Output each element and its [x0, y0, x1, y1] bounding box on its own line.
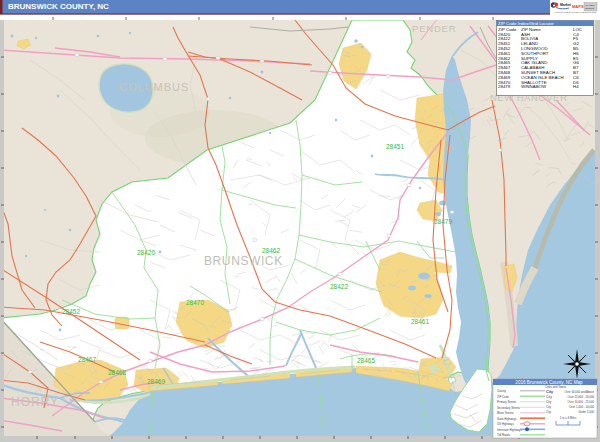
svg-text:COLUMBUS: COLUMBUS: [119, 81, 189, 93]
svg-text:Under 1,000: Under 1,000: [579, 410, 595, 414]
svg-text:28470: 28470: [186, 299, 204, 306]
svg-text:28422: 28422: [330, 283, 348, 290]
svg-text:ZIP Code Index/Grid Locator: ZIP Code Index/Grid Locator: [498, 21, 554, 26]
svg-text:ZIP Code: ZIP Code: [497, 395, 509, 399]
svg-text:H4: H4: [573, 84, 579, 89]
svg-text:City: City: [546, 410, 551, 414]
svg-text:City: City: [546, 390, 554, 394]
svg-text:28479: 28479: [434, 218, 452, 225]
svg-text:28469: 28469: [147, 378, 165, 385]
svg-text:28452: 28452: [62, 308, 80, 315]
svg-text:Primary Streets: Primary Streets: [497, 400, 517, 404]
svg-text:County: County: [497, 389, 506, 393]
svg-text:City: City: [546, 400, 552, 404]
svg-text:PENDER: PENDER: [412, 23, 456, 34]
svg-text:Editions: Editions: [586, 7, 595, 10]
svg-text:Over 50,000 and Above: Over 50,000 and Above: [565, 390, 595, 394]
svg-text:Secondary Streets: Secondary Streets: [497, 406, 521, 410]
svg-text:Toll Roads: Toll Roads: [497, 433, 511, 437]
svg-text:Over 1,000 - 10,000: Over 1,000 - 10,000: [569, 405, 594, 409]
svg-text:28465: 28465: [357, 357, 375, 364]
svg-text:28462: 28462: [262, 247, 280, 254]
svg-text:28461: 28461: [411, 318, 429, 325]
svg-text:BRUNSWICK: BRUNSWICK: [204, 254, 283, 268]
svg-text:State Highways: State Highways: [497, 417, 517, 421]
svg-text:Interstate Highways: Interstate Highways: [497, 428, 522, 432]
svg-text:Over 25,000 - 50,000: Over 25,000 - 50,000: [568, 395, 595, 399]
svg-text:28420: 28420: [137, 249, 155, 256]
svg-text:BRUNSWICK COUNTY, NC: BRUNSWICK COUNTY, NC: [8, 2, 109, 11]
svg-text:America's Leading Provider of: America's Leading Provider of Business M…: [554, 11, 596, 13]
svg-text:City: City: [546, 405, 551, 409]
svg-text:Cities and Towns: Cities and Towns: [545, 385, 567, 389]
svg-text:28468: 28468: [108, 369, 126, 376]
svg-text:Minor Streets: Minor Streets: [497, 411, 514, 415]
svg-text:28451: 28451: [386, 143, 404, 150]
svg-text:28467: 28467: [78, 356, 96, 363]
svg-text:MAPS: MAPS: [572, 4, 584, 9]
svg-text:28479: 28479: [498, 84, 511, 89]
svg-text:1 in = 4 Miles: 1 in = 4 Miles: [560, 416, 577, 420]
svg-text:Market: Market: [560, 3, 572, 7]
svg-text:WINNABOW: WINNABOW: [521, 84, 547, 89]
svg-text:Over 10,000 - 25,000: Over 10,000 - 25,000: [568, 400, 595, 404]
svg-text:City: City: [546, 395, 552, 399]
svg-text:HORRY: HORRY: [11, 395, 59, 409]
svg-text:US Highways: US Highways: [497, 422, 514, 426]
